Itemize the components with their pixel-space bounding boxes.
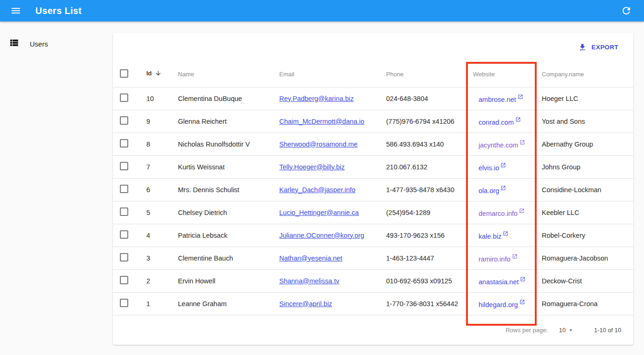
column-header-name[interactable]: Name [171,61,273,87]
row-company: Considine-Lockman [535,178,633,201]
select-all-header[interactable] [113,61,140,87]
table-row: 8Nicholas Runolfsdottir VSherwood@rosamo… [113,133,633,155]
row-email-cell: Lucio_Hettinger@annie.ca [273,201,380,224]
website-link-label: jacynthe.com [479,141,518,149]
refresh-button[interactable] [617,1,636,20]
row-company: Abernathy Group [535,133,633,155]
row-checkbox-cell [113,224,140,247]
website-link-label: kale.biz [479,233,501,240]
row-email-cell: Telly.Hoeger@billy.biz [273,155,380,178]
email-link[interactable]: Telly.Hoeger@billy.biz [279,163,345,171]
page-title: Users List [35,6,82,16]
website-link[interactable]: demarco.info [479,210,525,217]
row-name: Ervin Howell [171,269,273,292]
row-checkbox-cell [113,201,140,224]
row-id: 8 [140,133,171,155]
row-checkbox[interactable] [120,208,128,216]
website-link[interactable]: jacynthe.com [479,141,525,149]
row-phone: 1-770-736-8031 x56442 [380,292,467,315]
website-link-label: ramiro.info [479,255,511,263]
row-company: Yost and Sons [535,110,633,133]
row-phone: (775)976-6794 x41206 [380,110,467,133]
row-company: Keebler LLC [535,201,633,224]
row-checkbox[interactable] [120,185,128,193]
website-link[interactable]: ramiro.info [479,255,518,263]
email-link[interactable]: Rey.Padberg@karina.biz [279,95,354,102]
website-link[interactable]: ola.org [479,187,506,194]
hamburger-menu-button[interactable] [7,1,25,20]
row-checkbox[interactable] [120,276,128,284]
users-list-card: EXPORT Id Name Email [113,33,633,345]
row-checkbox[interactable] [120,253,128,261]
external-link-icon [503,231,508,236]
external-link-icon [512,254,518,259]
row-website-cell: ramiro.info [467,247,535,269]
website-link[interactable]: ambrose.net [479,96,523,103]
email-link[interactable]: Julianne.OConner@kory.org [279,232,364,239]
row-phone: 586.493.6943 x140 [380,133,467,155]
row-email-cell: Shanna@melissa.tv [273,269,380,292]
email-link[interactable]: Shanna@melissa.tv [279,277,339,285]
hamburger-icon [10,5,21,16]
row-id: 10 [140,87,171,110]
email-link[interactable]: Sincere@april.biz [279,300,332,308]
row-checkbox[interactable] [120,299,128,307]
website-link-label: ambrose.net [479,96,516,103]
external-link-icon [519,299,525,305]
row-id: 5 [140,201,171,224]
row-company: Deckow-Crist [535,269,633,292]
website-link[interactable]: elvis.io [479,164,506,172]
email-link[interactable]: Nathan@yesenia.net [279,255,342,262]
row-website-cell: elvis.io [467,155,535,178]
pagination-range: 1-10 of 10 [594,327,621,334]
table-header-row: Id Name Email Phone Website Company.name [113,61,633,87]
row-checkbox[interactable] [120,230,128,239]
sidebar: Users [0,21,112,355]
rows-per-page-value: 10 [559,327,565,334]
website-link[interactable]: hildegard.org [479,301,525,308]
row-website-cell: jacynthe.com [467,133,535,155]
website-link[interactable]: conrad.com [479,119,521,126]
table-row: 10Clementina DuBuqueRey.Padberg@karina.b… [113,87,633,110]
website-link-label: elvis.io [479,164,499,172]
column-header-email[interactable]: Email [273,61,380,87]
table-row: 1Leanne GrahamSincere@april.biz1-770-736… [113,292,633,315]
row-name: Nicholas Runolfsdottir V [171,133,273,155]
row-website-cell: conrad.com [467,110,535,133]
website-link[interactable]: anastasia.net [479,278,526,286]
row-company: Johns Group [535,155,633,178]
export-button[interactable]: EXPORT [573,40,623,54]
row-phone: 010-692-6593 x09125 [380,269,467,292]
row-checkbox[interactable] [120,139,128,147]
table-row: 3Clementine BauchNathan@yesenia.net1-463… [113,247,633,269]
email-link[interactable]: Sherwood@rosamond.me [279,141,358,148]
row-name: Leanne Graham [171,292,273,315]
website-link[interactable]: kale.biz [479,233,508,240]
column-header-company[interactable]: Company.name [535,61,633,87]
row-id: 4 [140,224,171,247]
rows-per-page-select[interactable]: 10 [559,327,574,334]
email-link[interactable]: Chaim_McDermott@dana.io [279,118,364,125]
email-link[interactable]: Lucio_Hettinger@annie.ca [279,209,359,216]
column-header-website[interactable]: Website [467,61,535,87]
row-checkbox[interactable] [120,162,128,170]
column-header-id[interactable]: Id [140,61,171,87]
external-link-icon [520,276,526,282]
row-checkbox[interactable] [120,116,128,125]
row-checkbox-cell [113,247,140,269]
row-checkbox[interactable] [120,94,128,102]
row-phone: 1-463-123-4447 [380,247,467,269]
row-phone: 493-170-9623 x156 [380,224,467,247]
select-all-checkbox[interactable] [120,69,128,78]
row-phone: 1-477-935-8478 x6430 [380,178,467,201]
column-header-phone[interactable]: Phone [380,61,467,87]
row-id: 3 [140,247,171,269]
row-email-cell: Rey.Padberg@karina.biz [273,87,380,110]
row-name: Clementine Bauch [171,247,273,269]
email-link[interactable]: Karley_Dach@jasper.info [279,186,355,194]
row-website-cell: demarco.info [467,201,535,224]
row-phone: 024-648-3804 [380,87,467,110]
sidebar-item-users[interactable]: Users [0,32,112,56]
row-checkbox-cell [113,269,140,292]
row-website-cell: ambrose.net [467,87,535,110]
